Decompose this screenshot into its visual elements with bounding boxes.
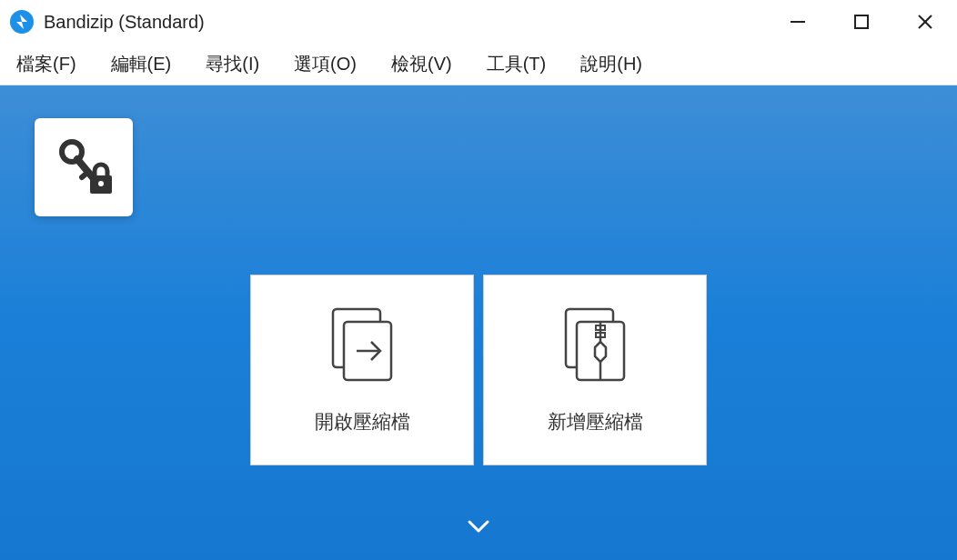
app-icon: [9, 9, 35, 35]
open-archive-label: 開啟壓縮檔: [315, 409, 410, 435]
menu-search[interactable]: 尋找(I): [202, 48, 263, 80]
titlebar: Bandizip (Standard): [0, 0, 957, 44]
password-manager-button[interactable]: [35, 118, 133, 216]
menubar: 檔案(F) 編輯(E) 尋找(I) 選項(O) 檢視(V) 工具(T) 說明(H…: [0, 44, 957, 85]
svg-rect-2: [855, 15, 868, 28]
menu-file[interactable]: 檔案(F): [13, 48, 80, 80]
menu-options[interactable]: 選項(O): [290, 48, 360, 80]
open-archive-button[interactable]: 開啟壓縮檔: [250, 275, 474, 465]
expand-button[interactable]: [466, 518, 491, 538]
open-archive-icon: [326, 305, 398, 387]
maximize-button[interactable]: [830, 0, 893, 44]
actions-row: 開啟壓縮檔 新增壓縮檔: [250, 275, 707, 465]
menu-edit[interactable]: 編輯(E): [107, 48, 176, 80]
key-lock-icon: [52, 135, 116, 199]
main-area: 開啟壓縮檔 新增壓縮檔: [0, 85, 957, 560]
minimize-button[interactable]: [766, 0, 830, 44]
close-button[interactable]: [893, 0, 957, 44]
new-archive-button[interactable]: 新增壓縮檔: [483, 275, 707, 465]
menu-tools[interactable]: 工具(T): [483, 48, 550, 80]
new-archive-icon: [559, 305, 631, 387]
menu-help[interactable]: 說明(H): [577, 48, 646, 80]
app-title: Bandizip (Standard): [44, 12, 766, 33]
window-controls: [766, 0, 957, 44]
chevron-down-icon: [466, 518, 491, 535]
new-archive-label: 新增壓縮檔: [548, 409, 643, 435]
svg-point-9: [98, 181, 104, 186]
menu-view[interactable]: 檢視(V): [388, 48, 456, 80]
